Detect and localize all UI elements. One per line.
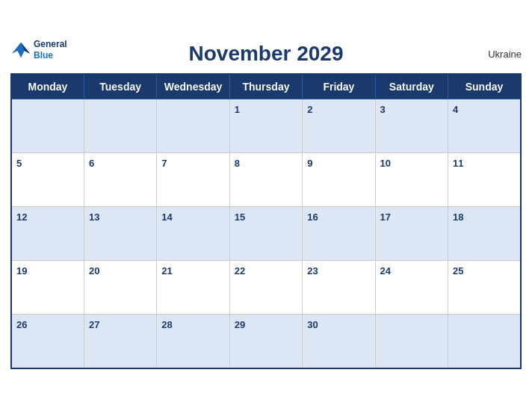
- day-cell-30: 30: [303, 315, 375, 368]
- empty-cell: [448, 315, 521, 368]
- day-cell-2: 2: [303, 99, 375, 153]
- day-number-6: 6: [89, 158, 94, 169]
- day-cell-19: 19: [11, 261, 84, 315]
- day-cell-28: 28: [157, 315, 229, 368]
- day-number-14: 14: [161, 211, 172, 223]
- day-number-28: 28: [161, 319, 172, 330]
- header-saturday: Saturday: [375, 74, 448, 99]
- day-cell-11: 11: [448, 153, 521, 207]
- day-cell-29: 29: [229, 315, 302, 368]
- day-number-2: 2: [307, 104, 312, 115]
- logo-text: General Blue: [34, 39, 67, 61]
- day-number-17: 17: [380, 211, 391, 223]
- day-number-11: 11: [453, 158, 463, 169]
- day-cell-14: 14: [157, 207, 229, 261]
- logo-blue: Blue: [34, 50, 67, 61]
- header-monday: Monday: [11, 74, 84, 99]
- header-sunday: Sunday: [448, 74, 521, 99]
- day-cell-12: 12: [11, 207, 84, 261]
- day-number-16: 16: [307, 211, 318, 223]
- day-cell-20: 20: [84, 261, 156, 315]
- day-number-23: 23: [307, 265, 318, 276]
- day-cell-24: 24: [375, 261, 448, 315]
- weekday-header-row: Monday Tuesday Wednesday Thursday Friday…: [11, 74, 521, 99]
- day-cell-17: 17: [375, 207, 448, 261]
- day-cell-5: 5: [11, 153, 84, 207]
- week-row-4: 19202122232425: [11, 261, 521, 315]
- calendar-grid: Monday Tuesday Wednesday Thursday Friday…: [10, 73, 522, 369]
- calendar-title: November 2029: [188, 42, 343, 66]
- day-number-26: 26: [16, 319, 27, 330]
- day-number-1: 1: [235, 104, 240, 115]
- day-number-15: 15: [235, 211, 245, 223]
- day-number-10: 10: [380, 158, 391, 169]
- day-number-25: 25: [453, 265, 463, 276]
- day-number-27: 27: [89, 319, 99, 330]
- calendar-header: General Blue November 2029 Ukraine: [10, 39, 522, 69]
- header-wednesday: Wednesday: [157, 74, 229, 99]
- day-number-8: 8: [235, 158, 240, 169]
- day-cell-18: 18: [448, 207, 521, 261]
- calendar-body: 1234567891011121314151617181920212223242…: [11, 99, 521, 368]
- day-cell-26: 26: [11, 315, 84, 368]
- day-number-9: 9: [307, 158, 312, 169]
- day-cell-10: 10: [375, 153, 448, 207]
- day-cell-23: 23: [303, 261, 375, 315]
- day-cell-4: 4: [448, 99, 521, 153]
- day-cell-25: 25: [448, 261, 521, 315]
- day-cell-8: 8: [229, 153, 302, 207]
- day-number-18: 18: [453, 211, 463, 223]
- day-number-29: 29: [235, 319, 245, 330]
- week-row-5: 2627282930: [11, 315, 521, 368]
- day-cell-21: 21: [157, 261, 229, 315]
- day-cell-27: 27: [84, 315, 156, 368]
- header-friday: Friday: [303, 74, 375, 99]
- empty-cell: [157, 99, 229, 153]
- day-number-7: 7: [161, 158, 167, 169]
- header-tuesday: Tuesday: [84, 74, 156, 99]
- empty-cell: [11, 99, 84, 153]
- calendar-container: General Blue November 2029 Ukraine Monda…: [0, 31, 532, 380]
- day-cell-3: 3: [375, 99, 448, 153]
- week-row-2: 567891011: [11, 153, 521, 207]
- day-number-13: 13: [89, 211, 99, 223]
- header-thursday: Thursday: [229, 74, 302, 99]
- day-cell-16: 16: [303, 207, 375, 261]
- week-row-1: 1234: [11, 99, 521, 153]
- day-number-3: 3: [380, 104, 386, 115]
- day-cell-13: 13: [84, 207, 156, 261]
- week-row-3: 12131415161718: [11, 207, 521, 261]
- day-cell-15: 15: [229, 207, 302, 261]
- day-cell-22: 22: [229, 261, 302, 315]
- empty-cell: [375, 315, 448, 368]
- logo-general: General: [34, 39, 67, 49]
- day-cell-9: 9: [303, 153, 375, 207]
- svg-marker-0: [12, 42, 30, 58]
- day-number-12: 12: [16, 211, 27, 223]
- day-number-30: 30: [307, 319, 318, 330]
- day-cell-1: 1: [229, 99, 302, 153]
- day-number-19: 19: [16, 265, 27, 276]
- empty-cell: [84, 99, 156, 153]
- logo-bird-icon: [10, 40, 31, 61]
- country-label: Ukraine: [488, 49, 522, 60]
- day-number-22: 22: [235, 265, 245, 276]
- logo-area: General Blue: [10, 39, 67, 61]
- day-number-24: 24: [380, 265, 391, 276]
- day-cell-7: 7: [157, 153, 229, 207]
- day-cell-6: 6: [84, 153, 156, 207]
- day-number-4: 4: [453, 104, 458, 115]
- day-number-5: 5: [16, 158, 22, 169]
- day-number-20: 20: [89, 265, 99, 276]
- day-number-21: 21: [161, 265, 172, 276]
